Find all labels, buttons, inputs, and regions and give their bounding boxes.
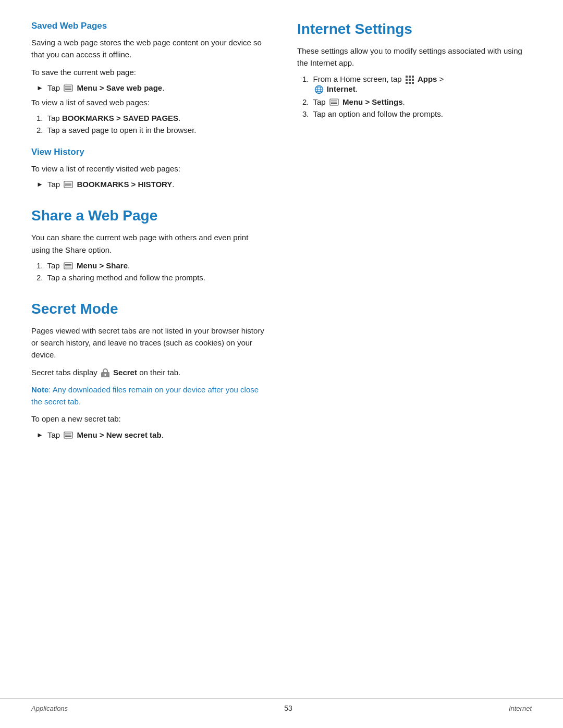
svg-rect-21 [406, 79, 408, 81]
arrow-icon-3: ► [36, 431, 43, 439]
save-menu-text: Menu > Save web page [77, 83, 162, 92]
svg-rect-23 [412, 79, 414, 81]
svg-rect-20 [412, 76, 414, 78]
internet-globe-icon [314, 85, 324, 94]
secret-instruction: Tap Menu > New secret tab. [47, 430, 164, 439]
menu-icon-2 [64, 181, 73, 188]
footer: Applications 53 Internet [0, 698, 563, 712]
save-arrow-item: ► Tap Menu > Save web page. [36, 83, 266, 92]
menu-icon [64, 84, 73, 92]
internet-step-2-text: Tap Menu > Settings. [313, 97, 405, 106]
history-instruction: Tap BOOKMARKS > HISTORY. [47, 180, 175, 189]
secret-mode-section: Secret Mode Pages viewed with secret tab… [31, 301, 266, 439]
internet-label: Internet [327, 84, 356, 93]
footer-right: Internet [509, 705, 532, 712]
saved-pages-steps: 1. Tap BOOKMARKS > SAVED PAGES. 2. Tap a… [36, 114, 266, 134]
menu-icon-5 [329, 98, 339, 106]
view-history-intro: To view a list of recently visited web p… [31, 163, 266, 175]
svg-rect-22 [409, 79, 411, 81]
secret-arrow-item: ► Tap Menu > New secret tab. [36, 430, 266, 439]
internet-step-2: 2. Tap Menu > Settings. [302, 97, 532, 106]
apps-icon [405, 75, 414, 84]
saved-web-pages-intro: Saving a web page stores the web page co… [31, 36, 266, 61]
note-text: : Any downloaded files remain on your de… [31, 385, 259, 406]
footer-left: Applications [31, 705, 68, 712]
view-history-section: View History To view a list of recently … [31, 147, 266, 189]
internet-settings-title: Internet Settings [297, 21, 532, 38]
menu-icon-3 [64, 262, 73, 269]
svg-rect-26 [412, 82, 414, 84]
menu-icon-4 [64, 431, 73, 439]
secret-tab-icon [101, 368, 110, 378]
share-web-page-title: Share a Web Page [31, 207, 266, 224]
secret-suffix: on their tab. [139, 368, 180, 377]
saved-step-2-text: Tap a saved page to open it in the brows… [47, 126, 197, 134]
view-saved-prompt: To view a list of saved web pages: [31, 96, 266, 108]
bookmarks-history-bold: BOOKMARKS > HISTORY [77, 180, 172, 189]
secret-label: Secret [113, 368, 137, 377]
history-arrow-item: ► Tap BOOKMARKS > HISTORY. [36, 180, 266, 189]
right-column: Internet Settings These settings allow y… [297, 21, 532, 443]
internet-step-3: 3. Tap an option and follow the prompts. [302, 109, 532, 118]
left-column: Saved Web Pages Saving a web page stores… [31, 21, 266, 443]
internet-settings-steps: 1. From a Home screen, tap [302, 75, 532, 118]
menu-new-secret-bold: Menu > New secret tab [77, 430, 161, 439]
saved-web-pages-title: Saved Web Pages [31, 21, 266, 31]
share-step-2: 2. Tap a sharing method and follow the p… [36, 273, 266, 282]
share-web-page-section: Share a Web Page You can share the curre… [31, 207, 266, 282]
saved-web-pages-section: Saved Web Pages Saving a web page stores… [31, 21, 266, 134]
secret-mode-intro: Pages viewed with secret tabs are not li… [31, 325, 266, 361]
svg-rect-13 [104, 374, 106, 376]
secret-note: Note: Any downloaded files remain on you… [31, 384, 266, 408]
note-label: Note [31, 385, 48, 394]
svg-rect-18 [406, 76, 408, 78]
svg-rect-19 [409, 76, 411, 78]
save-instruction: Tap Menu > Save web page. [47, 83, 165, 92]
apps-label: Apps [418, 75, 437, 83]
internet-step-1: 1. From a Home screen, tap [302, 75, 532, 94]
arrow-icon-2: ► [36, 180, 43, 188]
footer-center: 53 [284, 704, 292, 712]
share-step-2-text: Tap a sharing method and follow the prom… [47, 273, 206, 282]
share-intro: You can share the current web page with … [31, 231, 266, 256]
internet-settings-intro: These settings allow you to modify setti… [297, 45, 532, 69]
open-secret-prompt: To open a new secret tab: [31, 413, 266, 425]
save-prompt: To save the current web page: [31, 66, 266, 78]
internet-settings-section: Internet Settings These settings allow y… [297, 21, 532, 118]
share-step-1-text: Tap Menu > Share. [47, 261, 130, 270]
menu-settings-bold: Menu > Settings [342, 97, 402, 106]
saved-step-1: 1. Tap BOOKMARKS > SAVED PAGES. [36, 114, 266, 122]
share-steps: 1. Tap Menu > Share. [36, 261, 266, 282]
internet-step-3-text: Tap an option and follow the prompts. [313, 109, 443, 118]
menu-share-bold: Menu > Share [77, 261, 128, 270]
svg-rect-25 [409, 82, 411, 84]
bookmarks-saved-bold: BOOKMARKS > SAVED PAGES [62, 114, 178, 122]
share-step-1: 1. Tap Menu > Share. [36, 261, 266, 270]
arrow-icon: ► [36, 84, 43, 92]
secret-mode-title: Secret Mode [31, 301, 266, 317]
view-history-title: View History [31, 147, 266, 157]
secret-display-text: Secret tabs display Secret on their tab. [31, 366, 266, 378]
internet-step-1-text: From a Home screen, tap [313, 75, 444, 94]
svg-rect-24 [406, 82, 408, 84]
saved-step-2: 2. Tap a saved page to open it in the br… [36, 126, 266, 134]
